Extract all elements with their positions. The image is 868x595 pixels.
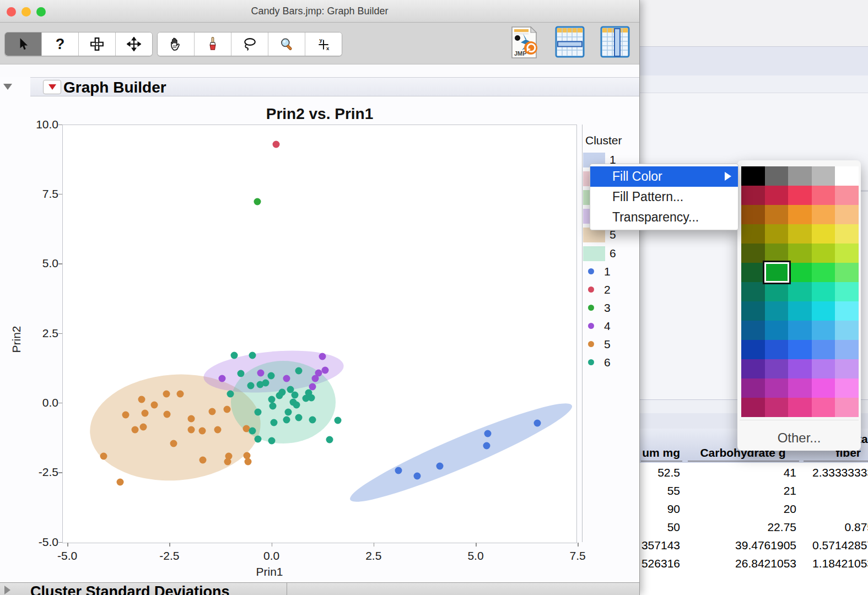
palette-swatch[interactable] — [788, 166, 812, 186]
palette-swatch[interactable] — [835, 398, 859, 417]
other-color-button[interactable]: Other... — [737, 430, 861, 446]
palette-swatch[interactable] — [812, 186, 835, 205]
legend-dot-1[interactable] — [588, 268, 594, 274]
palette-swatch[interactable] — [835, 263, 859, 282]
legend-title: Cluster — [585, 134, 622, 147]
palette-swatch[interactable] — [741, 282, 765, 301]
menu-item-transparency[interactable]: Transparency... — [590, 207, 738, 228]
palette-swatch[interactable] — [835, 244, 859, 263]
legend-dot-label: 6 — [604, 356, 611, 369]
legend-dot-5[interactable] — [588, 341, 594, 347]
palette-swatch[interactable] — [835, 340, 859, 359]
palette-swatch[interactable] — [741, 301, 765, 321]
legend-dot-label: 5 — [604, 338, 611, 351]
palette-swatch[interactable] — [741, 398, 765, 417]
legend-dot-2[interactable] — [588, 286, 594, 293]
palette-swatch[interactable] — [835, 282, 859, 301]
disclosure-closed-icon[interactable] — [4, 586, 10, 594]
palette-swatch[interactable] — [835, 166, 859, 186]
submenu-arrow-icon — [725, 172, 731, 181]
legend-dot-4[interactable] — [588, 323, 594, 329]
palette-swatch[interactable] — [788, 378, 812, 398]
palette-swatch[interactable] — [741, 166, 765, 186]
palette-swatch[interactable] — [788, 321, 812, 340]
palette-swatch[interactable] — [765, 398, 789, 417]
palette-swatch[interactable] — [835, 186, 859, 205]
palette-swatch[interactable] — [812, 244, 835, 263]
table-cell: 22.75 — [714, 521, 796, 534]
palette-swatch[interactable] — [812, 263, 835, 282]
palette-swatch[interactable] — [835, 378, 859, 398]
header-underline — [804, 461, 868, 462]
palette-swatch[interactable] — [765, 301, 789, 321]
header-underline — [688, 461, 799, 462]
palette-swatch[interactable] — [741, 359, 765, 378]
palette-swatch[interactable] — [765, 378, 789, 398]
palette-swatch[interactable] — [835, 205, 859, 224]
table-cell: 41 — [714, 466, 796, 479]
selected-swatch[interactable] — [763, 261, 791, 284]
palette-swatch[interactable] — [788, 301, 812, 321]
legend-dot-label: 2 — [604, 283, 611, 296]
palette-swatch[interactable] — [788, 205, 812, 224]
palette-swatch[interactable] — [765, 244, 789, 263]
palette-swatch[interactable] — [835, 359, 859, 378]
palette-swatch[interactable] — [741, 205, 765, 224]
palette-swatch[interactable] — [765, 166, 789, 186]
legend-dot-label: 4 — [604, 320, 611, 333]
palette-swatch[interactable] — [835, 301, 859, 321]
legend-dot-label: 3 — [604, 301, 611, 315]
palette-swatch[interactable] — [812, 378, 835, 398]
legend-swatch-6[interactable] — [583, 246, 605, 261]
table-cell: 0.57142857 — [802, 539, 868, 552]
palette-swatch[interactable] — [812, 166, 835, 186]
table-cell: 21 — [714, 484, 796, 497]
palette-swatch[interactable] — [741, 186, 765, 205]
palette-swatch[interactable] — [765, 205, 789, 224]
table-cell: 39.4761905 — [714, 539, 796, 552]
table-cell: 0.875 — [802, 521, 868, 534]
palette-swatch[interactable] — [741, 340, 765, 359]
legend-swatch-label: 6 — [610, 247, 616, 260]
bottom-outline-title: Cluster Standard Deviations — [30, 583, 230, 595]
palette-swatch[interactable] — [812, 224, 835, 244]
palette-swatch[interactable] — [741, 244, 765, 263]
palette-swatch[interactable] — [765, 340, 789, 359]
palette-swatch[interactable] — [765, 224, 789, 244]
palette-swatch[interactable] — [765, 282, 789, 301]
palette-swatch[interactable] — [835, 321, 859, 340]
legend-dot-3[interactable] — [588, 305, 594, 311]
palette-swatch[interactable] — [788, 359, 812, 378]
palette-swatch[interactable] — [812, 340, 835, 359]
palette-swatch[interactable] — [788, 282, 812, 301]
bottom-band-divider — [287, 582, 287, 595]
table-cell: 26.8421053 — [714, 557, 796, 570]
table-header-col1: um mg — [641, 446, 680, 459]
palette-swatch[interactable] — [788, 224, 812, 244]
palette-swatch[interactable] — [741, 263, 765, 282]
palette-swatch[interactable] — [788, 340, 812, 359]
palette-swatch[interactable] — [812, 398, 835, 417]
table-cell: 20 — [714, 502, 796, 516]
color-picker-popup: Other... — [737, 160, 861, 451]
palette-swatch[interactable] — [812, 205, 835, 224]
palette-swatch[interactable] — [765, 186, 789, 205]
palette-swatch[interactable] — [741, 224, 765, 244]
palette-swatch[interactable] — [741, 378, 765, 398]
palette-swatch[interactable] — [812, 321, 835, 340]
palette-swatch[interactable] — [788, 244, 812, 263]
table-cell: 1.18421053 — [802, 557, 868, 570]
palette-swatch[interactable] — [741, 321, 765, 340]
palette-swatch[interactable] — [812, 301, 835, 321]
palette-swatch[interactable] — [812, 282, 835, 301]
palette-swatch[interactable] — [765, 321, 789, 340]
palette-swatch[interactable] — [788, 263, 812, 282]
palette-swatch[interactable] — [835, 224, 859, 244]
palette-swatch[interactable] — [812, 359, 835, 378]
palette-swatch[interactable] — [788, 398, 812, 417]
palette-swatch[interactable] — [765, 359, 789, 378]
palette-swatch[interactable] — [788, 186, 812, 205]
legend-dot-6[interactable] — [588, 359, 594, 365]
menu-item-fill-color[interactable]: Fill Color — [590, 166, 738, 187]
menu-item-fill-pattern[interactable]: Fill Pattern... — [590, 187, 738, 207]
